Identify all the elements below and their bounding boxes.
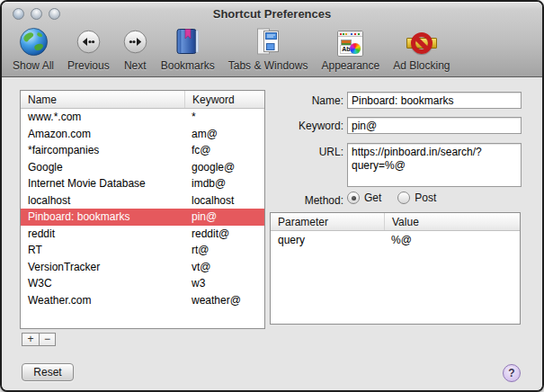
color-wheel-icon (350, 43, 361, 54)
toolbar-item-ad-blocking[interactable]: Ad Blocking (393, 28, 450, 72)
window-title: Shortcut Preferences (2, 7, 542, 21)
windows-icon (254, 27, 281, 59)
method-label: Method: (279, 194, 343, 207)
toolbar-item-label: Next (124, 59, 147, 72)
remove-shortcut-button[interactable]: − (39, 333, 56, 346)
method-post-label: Post (415, 192, 436, 204)
column-header-keyword[interactable]: Keyword (185, 91, 235, 108)
shortcut-keyword: fc@ (185, 144, 211, 156)
circle-arrow-left-icon (76, 30, 101, 58)
parameters-table: Parameter Value query %@ (270, 212, 521, 325)
circle-arrow-right-icon (123, 30, 147, 58)
parameter-row[interactable]: query %@ (271, 231, 520, 248)
shortcut-keyword: reddit@ (185, 227, 229, 240)
shortcut-name: Pinboard: bookmarks (21, 210, 185, 223)
shortcut-name: VersionTracker (21, 261, 185, 273)
toolbar-item-label: Bookmarks (161, 59, 215, 72)
toolbar-item-bookmarks[interactable]: Bookmarks (161, 28, 215, 72)
shortcut-name: Weather.com (21, 294, 185, 307)
toolbar-item-label: Show All (13, 59, 54, 72)
shortcut-name: *faircompanies (21, 144, 185, 156)
table-row-selected[interactable]: Pinboard: bookmarks pin@ (21, 209, 264, 226)
shortcut-name: localhost (21, 194, 185, 207)
shortcut-name: W3C (21, 277, 185, 290)
toolbar-item-appearance[interactable]: Abc Appearance (321, 28, 379, 72)
parameters-table-header: Parameter Value (271, 213, 520, 231)
appearance-icon: Abc (337, 31, 363, 57)
shortcut-name: RT (21, 244, 185, 256)
shortcut-name: Google (21, 161, 185, 174)
book-icon (174, 27, 201, 59)
window-chrome: Shortcut Preferences (2, 2, 542, 77)
method-get-radio[interactable]: Get (347, 192, 381, 204)
table-row[interactable]: localhost localhost (21, 192, 264, 209)
table-row[interactable]: Google google@ (21, 159, 264, 176)
radio-icon (347, 192, 360, 204)
shortcut-keyword: w3 (185, 277, 205, 290)
table-row[interactable]: reddit reddit@ (21, 226, 264, 243)
toolbar-item-label: Previous (67, 59, 110, 72)
column-header-name[interactable]: Name (21, 91, 185, 108)
reset-button[interactable]: Reset (22, 363, 74, 381)
radio-icon (397, 192, 410, 204)
toolbar-item-label: Tabs & Windows (228, 59, 308, 72)
name-label: Name: (279, 94, 343, 107)
preferences-window: Shortcut Preferences (0, 0, 544, 392)
help-button[interactable]: ? (503, 364, 521, 382)
method-radio-group: Get Post (347, 192, 436, 204)
keyword-label: Keyword: (279, 120, 343, 132)
shortcut-name: reddit (21, 227, 185, 240)
shortcut-keyword: * (185, 111, 196, 123)
url-field[interactable]: https://pinboard.in/search/?query=%@ (347, 143, 522, 187)
method-post-radio[interactable]: Post (397, 192, 436, 204)
table-row[interactable]: VersionTracker vt@ (21, 259, 264, 276)
column-header-parameter[interactable]: Parameter (271, 213, 385, 230)
add-remove-buttons: + − (22, 333, 56, 346)
shortcut-keyword: pin@ (185, 210, 217, 223)
shortcut-keyword: imdb@ (185, 177, 226, 190)
add-shortcut-button[interactable]: + (22, 333, 39, 346)
table-row[interactable]: Internet Movie Database imdb@ (21, 175, 264, 192)
shortcut-name: www.*.com (21, 111, 185, 123)
toolbar: Show All Previous (2, 25, 542, 76)
ad-blocking-icon (406, 30, 438, 57)
table-row[interactable]: *faircompanies fc@ (21, 142, 264, 159)
shortcuts-table-header: Name Keyword (21, 91, 264, 109)
toolbar-item-label: Appearance (321, 59, 379, 72)
shortcut-keyword: weather@ (185, 294, 241, 307)
table-row[interactable]: Amazon.com am@ (21, 126, 264, 143)
shortcut-name: Amazon.com (21, 128, 185, 140)
shortcut-keyword: am@ (185, 128, 218, 140)
toolbar-item-show-all[interactable]: Show All (13, 28, 54, 72)
name-field[interactable] (347, 92, 522, 109)
url-label: URL: (279, 146, 343, 158)
column-header-value[interactable]: Value (385, 213, 419, 230)
globe-icon (19, 27, 49, 60)
toolbar-item-tabs-windows[interactable]: Tabs & Windows (228, 28, 308, 72)
toolbar-item-previous[interactable]: Previous (67, 28, 110, 72)
toolbar-item-label: Ad Blocking (393, 59, 450, 72)
table-row[interactable]: RT rt@ (21, 242, 264, 259)
shortcut-keyword: rt@ (185, 244, 210, 256)
parameter-value: %@ (385, 234, 412, 246)
content-area: Name Keyword www.*.com * Amazon.com am@ … (2, 78, 542, 390)
table-row[interactable]: W3C w3 (21, 275, 264, 292)
shortcut-name: Internet Movie Database (21, 177, 185, 190)
titlebar: Shortcut Preferences (2, 2, 542, 25)
table-row[interactable]: Weather.com weather@ (21, 292, 264, 309)
shortcut-keyword: google@ (185, 161, 235, 174)
shortcut-keyword: localhost (185, 194, 234, 207)
shortcut-keyword: vt@ (185, 261, 211, 273)
table-row[interactable]: www.*.com * (21, 109, 264, 126)
shortcuts-table: Name Keyword www.*.com * Amazon.com am@ … (20, 90, 265, 329)
parameter-name: query (271, 234, 385, 246)
method-get-label: Get (364, 192, 381, 204)
toolbar-item-next[interactable]: Next (123, 28, 147, 72)
keyword-field[interactable] (347, 117, 522, 134)
